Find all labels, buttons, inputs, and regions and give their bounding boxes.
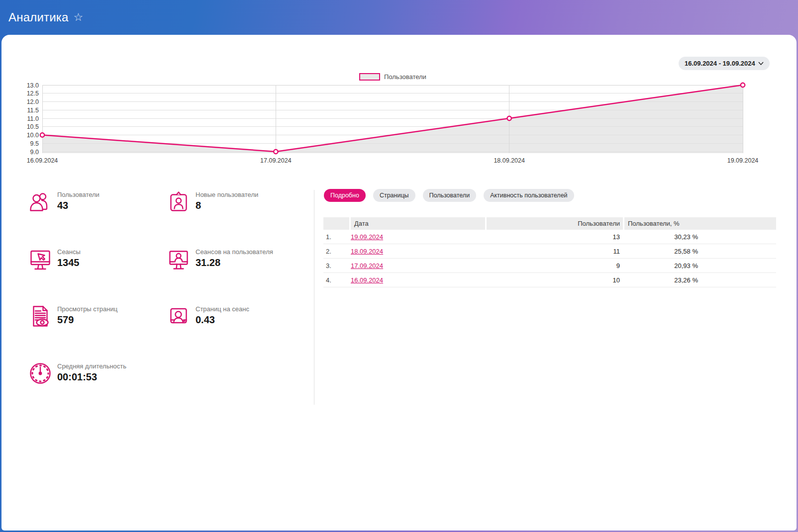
panel-divider [314,190,314,405]
col-users-percent: Пользователи, % [624,217,776,230]
tab-details[interactable]: Подробно [324,189,366,202]
stat-value: 1345 [57,257,81,268]
date-link[interactable]: 17.09.2024 [351,262,383,269]
stat-avg-duration: Средняя длительность 00:01:53 [28,361,167,419]
stat-sessions-per-user: Сеансов на пользователя 31.28 [167,247,305,304]
legend-swatch [359,73,380,81]
clock-icon [28,361,52,385]
date-range-selector[interactable]: 16.09.2024 - 19.09.2024 [679,57,770,70]
stat-label: Пользователи [57,190,100,198]
stat-label: Средняя длительность [57,361,126,370]
app-header: Аналитика ☆ [0,0,798,35]
favorite-star-icon[interactable]: ☆ [74,11,84,24]
row-index: 1. [323,233,349,241]
users-percent-value: 20,93 % [624,262,776,269]
stats-grid: Пользователи 43 Новые пользователи 8 Сеа… [28,190,305,419]
stat-label: Просмотры страниц [57,304,117,313]
tab-user-activity[interactable]: Активность пользователей [484,189,574,202]
stat-value: 8 [196,200,258,211]
monitor-user-icon [167,247,191,271]
row-index: 2. [323,248,349,255]
users-percent-value: 30,23 % [624,233,776,241]
users-value: 11 [487,248,623,255]
date-link[interactable]: 18.09.2024 [351,248,383,255]
stat-value: 31.28 [196,257,273,268]
table-row: 4. 16.09.2024 10 23,26 % [323,273,776,287]
col-index [323,217,349,230]
stat-new-users: Новые пользователи 8 [167,190,305,247]
table-row: 3. 17.09.2024 9 20,93 % [323,259,776,273]
date-link[interactable]: 19.09.2024 [351,233,383,241]
document-eye-icon [28,304,52,328]
users-percent-value: 25,58 % [624,248,776,255]
stat-value: 579 [57,314,117,326]
users-value: 9 [487,262,623,269]
stat-value: 00:01:53 [57,371,126,383]
stat-sessions: Сеансы 1345 [28,247,167,304]
stat-label: Сеансы [57,247,81,256]
users-value: 13 [487,233,623,241]
new-user-badge-icon [167,190,191,214]
users-percent-value: 23,26 % [624,276,776,284]
stat-value: 0.43 [196,314,249,326]
table-row: 2. 18.09.2024 11 25,58 % [323,244,776,259]
table-row: 1. 19.09.2024 13 30,23 % [323,230,776,244]
table-header: Дата Пользователи Пользователи, % [323,217,776,230]
stat-pageviews: Просмотры страниц 579 [28,304,167,361]
stat-label: Новые пользователи [196,190,258,198]
stat-pages-per-session: Страниц на сеанс 0.43 [167,304,305,361]
col-date: Дата [351,217,485,230]
row-index: 3. [323,262,349,269]
page-title: Аналитика [8,10,69,24]
legend-label: Пользователи [384,73,426,81]
chart-legend: Пользователи [359,73,426,81]
date-range-value: 16.09.2024 - 19.09.2024 [685,60,755,67]
tab-pages[interactable]: Страницы [373,189,415,202]
users-value: 10 [487,276,623,284]
col-users: Пользователи [487,217,623,230]
detail-tabs: Подробно Страницы Пользователи Активност… [324,189,574,202]
tab-users[interactable]: Пользователи [423,189,477,202]
users-by-date-table: Дата Пользователи Пользователи, % 1. 19.… [323,217,776,287]
stat-label: Страниц на сеанс [196,304,249,313]
row-index: 4. [323,276,349,284]
monitor-person-icon [167,304,191,328]
stat-label: Сеансов на пользователя [196,247,273,256]
monitor-cursor-icon [28,247,52,271]
date-link[interactable]: 16.09.2024 [351,276,383,284]
users-icon [28,190,52,214]
stat-users: Пользователи 43 [28,190,167,247]
stat-value: 43 [57,200,100,211]
chevron-down-icon [758,62,764,65]
